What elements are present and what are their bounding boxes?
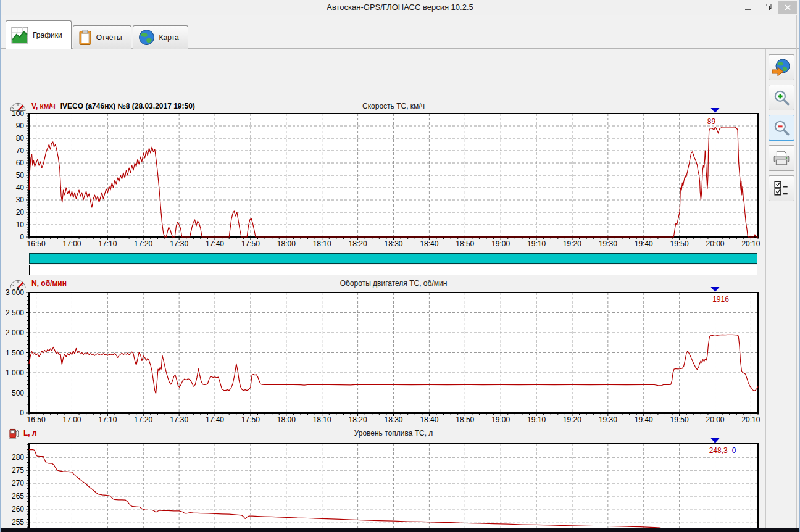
svg-text:18:20: 18:20: [349, 415, 367, 424]
svg-text:19:00: 19:00: [491, 239, 510, 248]
print-button[interactable]: [769, 145, 794, 171]
svg-text:1 500: 1 500: [6, 349, 24, 357]
rpm-series-label: N, об/мин: [31, 279, 67, 288]
svg-text:18:20: 18:20: [349, 239, 367, 248]
svg-text:18:00: 18:00: [277, 415, 296, 424]
svg-text:18:50: 18:50: [456, 415, 474, 424]
svg-text:40: 40: [16, 183, 25, 192]
globe-arrow-icon: [772, 57, 791, 77]
speedometer-icon: [9, 101, 27, 112]
tab-map[interactable]: Карта: [133, 25, 188, 49]
tab-graphs[interactable]: Графики: [6, 20, 72, 49]
checklist-icon: [773, 180, 790, 196]
svg-text:18:40: 18:40: [420, 239, 438, 248]
tab-map-label: Карта: [159, 33, 179, 42]
cursor-marker[interactable]: [711, 287, 720, 292]
svg-text:275: 275: [12, 466, 24, 475]
svg-text:19:30: 19:30: [599, 239, 617, 248]
fuel-series-label: L, л: [23, 429, 37, 438]
window-controls: [739, 1, 797, 14]
svg-text:17:50: 17:50: [241, 415, 260, 424]
zoom-in-button[interactable]: [769, 85, 794, 110]
svg-text:17:20: 17:20: [134, 415, 152, 424]
svg-text:0: 0: [20, 233, 24, 241]
svg-text:17:30: 17:30: [170, 239, 188, 248]
tab-graphs-label: Графики: [33, 31, 62, 39]
speed-series-label: V, км/ч: [31, 102, 56, 110]
svg-text:17:30: 17:30: [170, 415, 188, 424]
svg-text:18:30: 18:30: [384, 239, 402, 248]
fuel-plot[interactable]: 16:5017:0017:1017:2017:3017:4017:5018:00…: [1, 435, 766, 532]
svg-text:19:30: 19:30: [599, 415, 617, 424]
svg-text:280: 280: [12, 453, 24, 462]
svg-text:255: 255: [12, 518, 24, 526]
svg-text:18:50: 18:50: [456, 239, 474, 248]
window-right-edge: [796, 15, 797, 528]
speedometer-icon: [9, 278, 27, 289]
zoom-out-button[interactable]: [769, 115, 794, 141]
svg-text:260: 260: [12, 505, 24, 513]
trip-timeline-bar[interactable]: [29, 253, 757, 264]
minimize-button[interactable]: [739, 1, 757, 14]
svg-text:17:50: 17:50: [241, 239, 260, 248]
svg-text:89: 89: [707, 117, 716, 126]
fuel-pump-icon: [9, 428, 19, 439]
svg-text:500: 500: [12, 389, 24, 397]
speed-chart-header: V, км/ч IVECO (а746нх) №8 (28.03.2017 19…: [9, 101, 195, 112]
rpm-plot[interactable]: 16:5017:0017:1017:2017:3017:4017:5018:00…: [1, 285, 766, 426]
svg-text:18:00: 18:00: [277, 239, 296, 248]
restore-button[interactable]: [759, 1, 777, 14]
close-button[interactable]: [778, 1, 797, 14]
svg-text:19:20: 19:20: [563, 415, 581, 424]
svg-text:20:10: 20:10: [741, 415, 760, 424]
svg-text:19:00: 19:00: [491, 415, 510, 424]
svg-text:60: 60: [16, 159, 25, 167]
window-bottom-edge: [1, 528, 799, 532]
svg-text:20:00: 20:00: [706, 415, 725, 424]
rpm-chart-title: Обороты двигателя ТС, об/мин: [29, 279, 758, 288]
zoom-out-icon: [773, 119, 790, 136]
report-options-button[interactable]: [769, 175, 794, 201]
svg-text:17:10: 17:10: [98, 239, 117, 248]
cursor-marker[interactable]: [711, 438, 720, 443]
svg-text:16:50: 16:50: [27, 415, 46, 424]
svg-text:16:50: 16:50: [27, 239, 46, 248]
svg-text:19:40: 19:40: [635, 239, 653, 248]
svg-text:20: 20: [16, 208, 25, 217]
svg-text:19:50: 19:50: [670, 239, 689, 248]
svg-text:17:00: 17:00: [62, 415, 81, 424]
svg-text:19:20: 19:20: [563, 239, 581, 248]
tabbar: Графики Отчёты Карта: [6, 20, 188, 49]
svg-text:10: 10: [16, 220, 25, 229]
restore-icon: [764, 3, 772, 11]
charts-panel: V, км/ч IVECO (а746нх) №8 (28.03.2017 19…: [1, 49, 799, 532]
svg-text:19:10: 19:10: [527, 415, 546, 424]
svg-text:17:40: 17:40: [206, 415, 224, 424]
svg-text:90: 90: [16, 122, 25, 130]
svg-text:270: 270: [12, 479, 24, 488]
svg-text:19:10: 19:10: [527, 239, 546, 248]
vehicle-label: IVECO (а746нх) №8 (28.03.2017 19:50): [60, 102, 195, 110]
tab-reports[interactable]: Отчёты: [73, 25, 131, 49]
svg-text:2 500: 2 500: [6, 309, 24, 317]
svg-text:19:40: 19:40: [635, 415, 653, 424]
svg-text:70: 70: [16, 146, 25, 155]
right-toolbar: [769, 54, 794, 201]
svg-text:17:20: 17:20: [134, 239, 152, 248]
go-to-map-button[interactable]: [769, 54, 794, 80]
svg-text:30: 30: [16, 196, 25, 204]
globe-icon: [138, 29, 155, 46]
svg-text:17:10: 17:10: [98, 415, 117, 424]
speed-plot[interactable]: 16:5017:0017:1017:2017:3017:4017:5018:00…: [1, 104, 766, 252]
svg-text:18:10: 18:10: [313, 239, 331, 248]
svg-text:248,30: 248,30: [709, 446, 736, 455]
svg-text:0: 0: [20, 409, 24, 417]
printer-icon: [773, 150, 790, 166]
svg-text:18:10: 18:10: [313, 415, 331, 424]
rpm-chart-header: N, об/мин: [9, 278, 67, 289]
clipboard-icon: [78, 29, 92, 46]
svg-text:1 000: 1 000: [6, 368, 24, 377]
minimize-icon: [744, 4, 752, 11]
close-icon: [784, 4, 791, 11]
svg-text:2 000: 2 000: [6, 328, 24, 337]
